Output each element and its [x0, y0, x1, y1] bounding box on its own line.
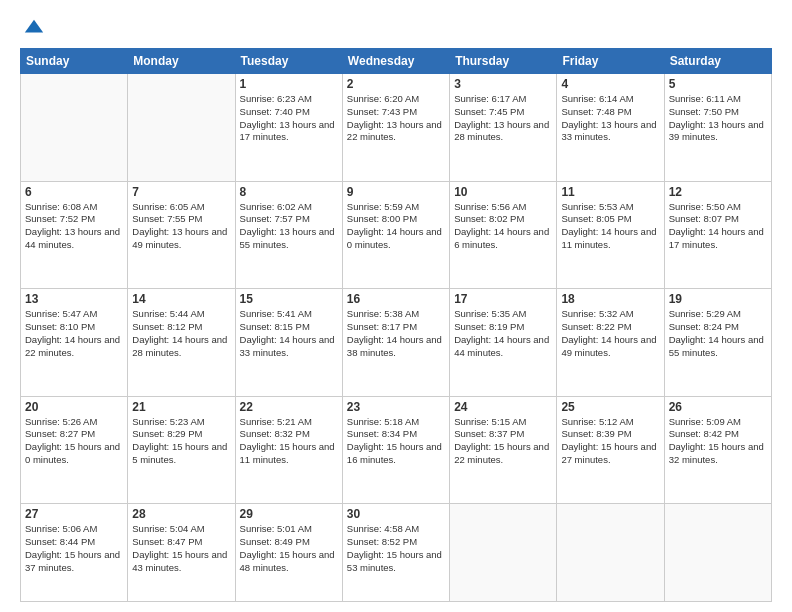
day-info: Sunrise: 5:01 AM Sunset: 8:49 PM Dayligh…	[240, 523, 338, 574]
day-info: Sunrise: 6:14 AM Sunset: 7:48 PM Dayligh…	[561, 93, 659, 144]
day-number: 11	[561, 185, 659, 199]
day-info: Sunrise: 5:12 AM Sunset: 8:39 PM Dayligh…	[561, 416, 659, 467]
calendar-cell: 25Sunrise: 5:12 AM Sunset: 8:39 PM Dayli…	[557, 396, 664, 504]
day-info: Sunrise: 5:44 AM Sunset: 8:12 PM Dayligh…	[132, 308, 230, 359]
day-number: 8	[240, 185, 338, 199]
weekday-header-row: SundayMondayTuesdayWednesdayThursdayFrid…	[21, 49, 772, 74]
calendar-cell: 13Sunrise: 5:47 AM Sunset: 8:10 PM Dayli…	[21, 289, 128, 397]
calendar-cell: 24Sunrise: 5:15 AM Sunset: 8:37 PM Dayli…	[450, 396, 557, 504]
calendar-cell: 19Sunrise: 5:29 AM Sunset: 8:24 PM Dayli…	[664, 289, 771, 397]
day-info: Sunrise: 6:11 AM Sunset: 7:50 PM Dayligh…	[669, 93, 767, 144]
calendar-cell: 2Sunrise: 6:20 AM Sunset: 7:43 PM Daylig…	[342, 74, 449, 182]
calendar-cell: 12Sunrise: 5:50 AM Sunset: 8:07 PM Dayli…	[664, 181, 771, 289]
calendar-cell: 8Sunrise: 6:02 AM Sunset: 7:57 PM Daylig…	[235, 181, 342, 289]
calendar-cell: 3Sunrise: 6:17 AM Sunset: 7:45 PM Daylig…	[450, 74, 557, 182]
day-info: Sunrise: 5:21 AM Sunset: 8:32 PM Dayligh…	[240, 416, 338, 467]
day-info: Sunrise: 5:56 AM Sunset: 8:02 PM Dayligh…	[454, 201, 552, 252]
day-number: 30	[347, 507, 445, 521]
day-info: Sunrise: 5:09 AM Sunset: 8:42 PM Dayligh…	[669, 416, 767, 467]
day-number: 2	[347, 77, 445, 91]
day-info: Sunrise: 5:41 AM Sunset: 8:15 PM Dayligh…	[240, 308, 338, 359]
calendar-cell: 9Sunrise: 5:59 AM Sunset: 8:00 PM Daylig…	[342, 181, 449, 289]
day-number: 23	[347, 400, 445, 414]
day-info: Sunrise: 6:02 AM Sunset: 7:57 PM Dayligh…	[240, 201, 338, 252]
calendar-cell: 15Sunrise: 5:41 AM Sunset: 8:15 PM Dayli…	[235, 289, 342, 397]
page: SundayMondayTuesdayWednesdayThursdayFrid…	[0, 0, 792, 612]
calendar-cell: 11Sunrise: 5:53 AM Sunset: 8:05 PM Dayli…	[557, 181, 664, 289]
day-number: 12	[669, 185, 767, 199]
weekday-header-sunday: Sunday	[21, 49, 128, 74]
calendar-week-row: 20Sunrise: 5:26 AM Sunset: 8:27 PM Dayli…	[21, 396, 772, 504]
calendar-cell: 1Sunrise: 6:23 AM Sunset: 7:40 PM Daylig…	[235, 74, 342, 182]
calendar-cell: 14Sunrise: 5:44 AM Sunset: 8:12 PM Dayli…	[128, 289, 235, 397]
calendar-cell: 10Sunrise: 5:56 AM Sunset: 8:02 PM Dayli…	[450, 181, 557, 289]
calendar-week-row: 6Sunrise: 6:08 AM Sunset: 7:52 PM Daylig…	[21, 181, 772, 289]
calendar-cell: 21Sunrise: 5:23 AM Sunset: 8:29 PM Dayli…	[128, 396, 235, 504]
weekday-header-tuesday: Tuesday	[235, 49, 342, 74]
calendar-cell: 28Sunrise: 5:04 AM Sunset: 8:47 PM Dayli…	[128, 504, 235, 602]
day-number: 17	[454, 292, 552, 306]
calendar-cell: 29Sunrise: 5:01 AM Sunset: 8:49 PM Dayli…	[235, 504, 342, 602]
day-number: 28	[132, 507, 230, 521]
day-info: Sunrise: 5:06 AM Sunset: 8:44 PM Dayligh…	[25, 523, 123, 574]
day-number: 4	[561, 77, 659, 91]
day-info: Sunrise: 5:15 AM Sunset: 8:37 PM Dayligh…	[454, 416, 552, 467]
calendar-week-row: 13Sunrise: 5:47 AM Sunset: 8:10 PM Dayli…	[21, 289, 772, 397]
calendar-cell: 20Sunrise: 5:26 AM Sunset: 8:27 PM Dayli…	[21, 396, 128, 504]
weekday-header-monday: Monday	[128, 49, 235, 74]
weekday-header-wednesday: Wednesday	[342, 49, 449, 74]
day-number: 18	[561, 292, 659, 306]
day-info: Sunrise: 5:59 AM Sunset: 8:00 PM Dayligh…	[347, 201, 445, 252]
day-number: 27	[25, 507, 123, 521]
day-info: Sunrise: 6:08 AM Sunset: 7:52 PM Dayligh…	[25, 201, 123, 252]
day-number: 7	[132, 185, 230, 199]
svg-marker-0	[25, 20, 43, 33]
day-number: 13	[25, 292, 123, 306]
calendar-cell: 4Sunrise: 6:14 AM Sunset: 7:48 PM Daylig…	[557, 74, 664, 182]
logo	[20, 18, 45, 38]
calendar-cell: 27Sunrise: 5:06 AM Sunset: 8:44 PM Dayli…	[21, 504, 128, 602]
calendar-cell: 5Sunrise: 6:11 AM Sunset: 7:50 PM Daylig…	[664, 74, 771, 182]
calendar-cell	[450, 504, 557, 602]
day-info: Sunrise: 5:38 AM Sunset: 8:17 PM Dayligh…	[347, 308, 445, 359]
calendar-cell: 6Sunrise: 6:08 AM Sunset: 7:52 PM Daylig…	[21, 181, 128, 289]
calendar-cell: 16Sunrise: 5:38 AM Sunset: 8:17 PM Dayli…	[342, 289, 449, 397]
day-info: Sunrise: 4:58 AM Sunset: 8:52 PM Dayligh…	[347, 523, 445, 574]
calendar-cell	[557, 504, 664, 602]
calendar-cell	[21, 74, 128, 182]
day-number: 6	[25, 185, 123, 199]
day-info: Sunrise: 6:20 AM Sunset: 7:43 PM Dayligh…	[347, 93, 445, 144]
calendar-cell: 26Sunrise: 5:09 AM Sunset: 8:42 PM Dayli…	[664, 396, 771, 504]
day-number: 10	[454, 185, 552, 199]
day-number: 22	[240, 400, 338, 414]
weekday-header-saturday: Saturday	[664, 49, 771, 74]
day-info: Sunrise: 5:23 AM Sunset: 8:29 PM Dayligh…	[132, 416, 230, 467]
day-number: 1	[240, 77, 338, 91]
day-info: Sunrise: 6:17 AM Sunset: 7:45 PM Dayligh…	[454, 93, 552, 144]
day-number: 14	[132, 292, 230, 306]
day-number: 5	[669, 77, 767, 91]
calendar-cell: 23Sunrise: 5:18 AM Sunset: 8:34 PM Dayli…	[342, 396, 449, 504]
day-info: Sunrise: 6:05 AM Sunset: 7:55 PM Dayligh…	[132, 201, 230, 252]
day-info: Sunrise: 5:50 AM Sunset: 8:07 PM Dayligh…	[669, 201, 767, 252]
day-number: 24	[454, 400, 552, 414]
day-info: Sunrise: 5:32 AM Sunset: 8:22 PM Dayligh…	[561, 308, 659, 359]
day-number: 19	[669, 292, 767, 306]
calendar-table: SundayMondayTuesdayWednesdayThursdayFrid…	[20, 48, 772, 602]
day-number: 26	[669, 400, 767, 414]
day-number: 15	[240, 292, 338, 306]
calendar-cell	[664, 504, 771, 602]
day-number: 9	[347, 185, 445, 199]
calendar-cell	[128, 74, 235, 182]
weekday-header-thursday: Thursday	[450, 49, 557, 74]
logo-icon	[23, 16, 45, 38]
day-info: Sunrise: 5:29 AM Sunset: 8:24 PM Dayligh…	[669, 308, 767, 359]
day-number: 20	[25, 400, 123, 414]
calendar-cell: 18Sunrise: 5:32 AM Sunset: 8:22 PM Dayli…	[557, 289, 664, 397]
day-info: Sunrise: 5:47 AM Sunset: 8:10 PM Dayligh…	[25, 308, 123, 359]
day-info: Sunrise: 5:53 AM Sunset: 8:05 PM Dayligh…	[561, 201, 659, 252]
day-number: 29	[240, 507, 338, 521]
weekday-header-friday: Friday	[557, 49, 664, 74]
day-number: 16	[347, 292, 445, 306]
day-info: Sunrise: 5:04 AM Sunset: 8:47 PM Dayligh…	[132, 523, 230, 574]
